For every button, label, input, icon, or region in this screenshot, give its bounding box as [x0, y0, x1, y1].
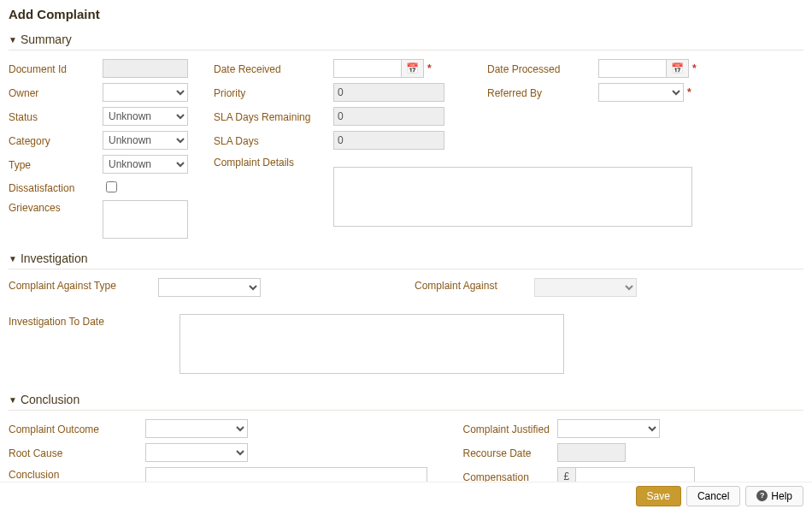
caret-down-icon: ▼: [9, 35, 17, 44]
section-header-conclusion[interactable]: ▼ Conclusion: [9, 388, 803, 411]
conclusion-textarea[interactable]: [145, 467, 427, 482]
label-sla-days: SLA Days: [214, 133, 333, 147]
date-processed-picker-button[interactable]: 📅: [667, 59, 689, 78]
label-date-processed: Date Processed: [487, 62, 598, 75]
label-referred-by: Referred By: [487, 86, 598, 99]
label-complaint-justified: Complaint Justified: [463, 422, 557, 435]
currency-symbol: £: [557, 467, 576, 482]
complaint-against-select: [534, 278, 637, 297]
priority-input: [333, 83, 444, 102]
label-date-received: Date Received: [214, 62, 333, 75]
help-icon: ?: [756, 490, 768, 501]
required-marker: *: [687, 86, 691, 98]
label-complaint-outcome: Complaint Outcome: [9, 422, 145, 435]
label-owner: Owner: [9, 86, 103, 99]
recourse-date-input: [557, 443, 626, 462]
footer-bar: Save Cancel ? Help: [0, 482, 812, 509]
section-header-investigation[interactable]: ▼ Investigation: [9, 246, 803, 269]
help-button[interactable]: ? Help: [745, 486, 803, 506]
sla-days-remaining-input: [333, 107, 444, 126]
required-marker: *: [692, 62, 697, 74]
sla-days-input: [333, 131, 444, 150]
caret-down-icon: ▼: [9, 395, 17, 405]
investigation-to-date-textarea[interactable]: [179, 314, 564, 374]
cancel-button[interactable]: Cancel: [686, 486, 740, 506]
section-body-investigation: Complaint Against Type Complaint Against…: [9, 269, 803, 384]
label-conclusion: Conclusion: [9, 467, 145, 481]
label-recourse-date: Recourse Date: [463, 446, 557, 459]
root-cause-select[interactable]: [145, 443, 248, 462]
category-select[interactable]: Unknown: [103, 131, 188, 150]
status-select[interactable]: Unknown: [103, 107, 188, 126]
label-sla-days-remaining: SLA Days Remaining: [214, 109, 333, 123]
document-id-input: [103, 59, 188, 78]
label-complaint-against-type: Complaint Against Type: [9, 278, 158, 297]
form-scroll-area[interactable]: ▼ Summary Document Id Owner Status Unkno…: [0, 24, 812, 482]
owner-select[interactable]: [103, 83, 188, 102]
label-root-cause: Root Cause: [9, 446, 145, 459]
complaint-justified-select[interactable]: [557, 419, 660, 438]
complaint-details-textarea[interactable]: [333, 167, 692, 227]
date-received-input[interactable]: [333, 59, 402, 78]
section-header-label: Conclusion: [21, 393, 79, 406]
date-processed-input[interactable]: [598, 59, 667, 78]
section-header-label: Summary: [21, 33, 72, 46]
complaint-against-type-select[interactable]: [158, 278, 261, 297]
complaint-outcome-select[interactable]: [145, 419, 248, 438]
section-body-conclusion: Complaint Outcome Root Cause Conclusion …: [9, 411, 803, 482]
help-button-label: Help: [771, 490, 792, 502]
label-type: Type: [9, 157, 103, 171]
label-grievances: Grievances: [9, 200, 103, 214]
required-marker: *: [427, 62, 432, 74]
label-compensation: Compensation: [463, 470, 557, 482]
caret-down-icon: ▼: [9, 254, 17, 263]
label-document-id: Document Id: [9, 62, 103, 75]
label-investigation-to-date: Investigation To Date: [9, 314, 179, 328]
section-header-summary[interactable]: ▼ Summary: [9, 27, 803, 50]
label-dissatisfaction: Dissatisfaction: [9, 181, 103, 194]
calendar-icon: 📅: [671, 62, 684, 74]
label-complaint-against: Complaint Against: [415, 278, 534, 297]
section-body-summary: Document Id Owner Status Unknown Categor…: [9, 50, 803, 243]
referred-by-select[interactable]: [598, 83, 684, 102]
label-priority: Priority: [214, 86, 333, 99]
section-header-label: Investigation: [21, 252, 88, 265]
save-button[interactable]: Save: [636, 486, 681, 506]
grievances-textarea[interactable]: [103, 200, 188, 239]
label-complaint-details: Complaint Details: [214, 155, 333, 169]
label-status: Status: [9, 109, 103, 123]
page-title: Add Complaint: [0, 0, 812, 25]
date-received-picker-button[interactable]: 📅: [402, 59, 424, 78]
type-select[interactable]: Unknown: [103, 155, 188, 174]
calendar-icon: 📅: [406, 62, 419, 74]
label-category: Category: [9, 133, 103, 147]
compensation-input[interactable]: [575, 467, 695, 482]
dissatisfaction-checkbox[interactable]: [106, 181, 117, 192]
